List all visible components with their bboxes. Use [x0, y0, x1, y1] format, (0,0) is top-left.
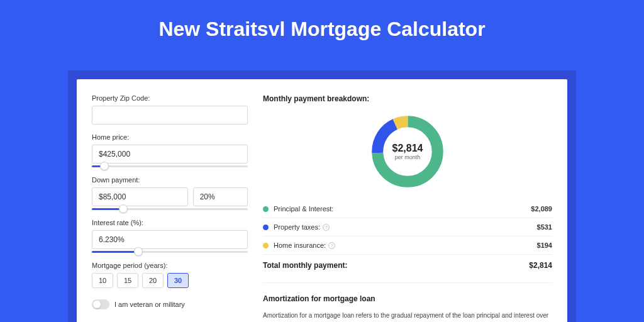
- breakdown-list: Principal & Interest: $2,089 Property ta…: [263, 200, 552, 254]
- down-payment-field: Down payment:: [92, 176, 248, 210]
- home-price-input[interactable]: [92, 145, 248, 164]
- period-option-10[interactable]: 10: [92, 273, 113, 288]
- form-panel: Property Zip Code: Home price: Down paym…: [92, 94, 248, 322]
- donut-sub: per month: [392, 154, 423, 160]
- dot-principal: [263, 206, 269, 212]
- info-icon[interactable]: ?: [328, 242, 335, 249]
- dot-taxes: [263, 225, 269, 230]
- info-icon[interactable]: ?: [323, 224, 330, 231]
- total-value: $2,814: [529, 261, 552, 270]
- interest-slider-thumb[interactable]: [134, 247, 143, 256]
- line-insurance: Home insurance: ? $194: [263, 236, 552, 254]
- value-taxes: $531: [537, 223, 552, 231]
- veteran-toggle[interactable]: [92, 299, 109, 309]
- breakdown-panel: Monthly payment breakdown: $2,814 per mo…: [263, 94, 552, 322]
- period-options: 10 15 20 30: [92, 273, 248, 288]
- down-payment-slider-thumb[interactable]: [119, 204, 128, 213]
- interest-slider-fill: [92, 251, 138, 253]
- value-insurance: $194: [537, 242, 552, 249]
- zip-input[interactable]: [92, 106, 248, 125]
- interest-label: Interest rate (%):: [92, 219, 248, 226]
- page-title: New Straitsvl Mortgage Calculator: [0, 0, 644, 52]
- donut-amount: $2,814: [392, 143, 423, 154]
- period-option-30[interactable]: 30: [167, 273, 189, 288]
- total-row: Total monthly payment: $2,814: [263, 254, 552, 276]
- down-payment-input[interactable]: [92, 187, 188, 206]
- period-field: Mortgage period (years): 10 15 20 30: [92, 262, 248, 288]
- line-principal: Principal & Interest: $2,089: [263, 200, 552, 218]
- amortization-title: Amortization for mortgage loan: [263, 294, 552, 303]
- donut-chart-wrap: $2,814 per month: [263, 112, 552, 191]
- home-price-field: Home price:: [92, 133, 248, 167]
- veteran-label: I am veteran or military: [114, 301, 185, 308]
- interest-slider[interactable]: [92, 251, 248, 253]
- calculator-card-frame: Property Zip Code: Home price: Down paym…: [68, 70, 576, 322]
- down-payment-slider[interactable]: [92, 208, 248, 210]
- veteran-row: I am veteran or military: [92, 299, 248, 309]
- home-price-slider-thumb[interactable]: [100, 162, 109, 170]
- amortization-section: Amortization for mortgage loan Amortizat…: [263, 282, 552, 322]
- value-principal: $2,089: [531, 205, 552, 213]
- breakdown-title: Monthly payment breakdown:: [263, 94, 552, 103]
- dot-insurance: [263, 243, 269, 248]
- calculator-card: Property Zip Code: Home price: Down paym…: [77, 79, 567, 322]
- line-taxes: Property taxes: ? $531: [263, 218, 552, 236]
- label-taxes: Property taxes:: [274, 223, 320, 231]
- period-option-15[interactable]: 15: [117, 273, 138, 288]
- zip-label: Property Zip Code:: [92, 94, 248, 102]
- zip-field: Property Zip Code:: [92, 94, 248, 125]
- donut-center: $2,814 per month: [392, 143, 423, 160]
- period-label: Mortgage period (years):: [92, 262, 248, 269]
- down-payment-pct-input[interactable]: [193, 187, 248, 206]
- interest-field: Interest rate (%):: [92, 219, 248, 253]
- home-price-slider[interactable]: [92, 165, 248, 167]
- total-label: Total monthly payment:: [263, 261, 529, 270]
- donut-chart: $2,814 per month: [368, 112, 447, 191]
- interest-input[interactable]: [92, 230, 248, 249]
- down-payment-label: Down payment:: [92, 176, 248, 184]
- amortization-text: Amortization for a mortgage loan refers …: [263, 311, 552, 322]
- label-principal: Principal & Interest:: [274, 205, 333, 213]
- home-price-label: Home price:: [92, 133, 248, 141]
- period-option-20[interactable]: 20: [142, 273, 164, 288]
- label-insurance: Home insurance:: [274, 242, 326, 249]
